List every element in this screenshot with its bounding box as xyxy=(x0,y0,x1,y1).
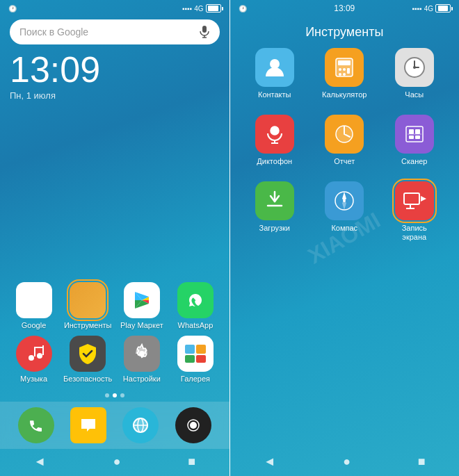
recorder-svg xyxy=(264,122,285,146)
svg-rect-58 xyxy=(404,193,419,204)
dot-1[interactable] xyxy=(105,393,109,397)
left-home-btn[interactable]: ● xyxy=(113,454,121,469)
svg-point-11 xyxy=(29,355,34,361)
svg-rect-51 xyxy=(409,136,414,139)
svg-rect-21 xyxy=(196,355,206,363)
svg-point-41 xyxy=(413,66,416,69)
calculator-icon xyxy=(325,48,364,87)
gallery-icon xyxy=(177,336,214,372)
svg-point-26 xyxy=(190,422,197,429)
svg-point-33 xyxy=(343,68,346,71)
phone-icon xyxy=(27,416,45,434)
app-music[interactable]: Музыка xyxy=(10,336,58,384)
svg-rect-43 xyxy=(272,126,277,135)
dock xyxy=(0,402,230,449)
svg-rect-52 xyxy=(415,136,420,139)
svg-rect-0 xyxy=(202,26,207,33)
tool-scanner[interactable]: Сканер xyxy=(384,115,446,173)
left-status-left: 🕐 xyxy=(8,5,17,13)
tool-screenrec[interactable]: Записьэкрана xyxy=(384,181,446,249)
left-recents-btn[interactable]: ■ xyxy=(188,454,195,469)
right-home-btn[interactable]: ● xyxy=(343,454,351,469)
svg-point-28 xyxy=(270,59,280,69)
right-content: Инструменты Контакты xyxy=(230,14,460,449)
tool-compass[interactable]: Компас xyxy=(314,181,376,249)
tool-downloads[interactable]: Загрузки xyxy=(244,181,306,249)
network-type: 4G xyxy=(194,5,203,13)
app-whatsapp[interactable]: WhatsApp xyxy=(171,282,219,330)
tools-icon xyxy=(70,282,106,318)
playmarket-icon xyxy=(124,282,160,318)
left-status-right: ▪▪▪▪ 4G xyxy=(182,4,221,13)
left-status-bar: 🕐 ▪▪▪▪ 4G xyxy=(0,0,230,14)
scanner-label: Сканер xyxy=(401,157,427,166)
right-nav-bar: ◄ ● ■ xyxy=(230,449,460,476)
screenrec-svg xyxy=(403,190,426,211)
settings-icon xyxy=(124,336,160,372)
tool-report[interactable]: Отчет xyxy=(314,115,376,173)
tool-calculator[interactable]: Калькулятор xyxy=(314,48,376,106)
clock-icon xyxy=(395,48,434,87)
svg-marker-59 xyxy=(421,196,426,202)
app-playmarket[interactable]: Play Маркет xyxy=(118,282,166,330)
screenrec-label: Записьэкрана xyxy=(402,224,427,242)
tool-recorder[interactable]: Диктофон xyxy=(244,115,306,173)
app-settings-label: Настройки xyxy=(123,375,161,384)
left-back-btn[interactable]: ◄ xyxy=(33,454,46,469)
right-network-type: 4G xyxy=(424,5,433,13)
time-display: 13:09 xyxy=(10,51,220,88)
clock-svg xyxy=(403,56,426,79)
downloads-svg xyxy=(264,189,286,213)
svg-rect-14 xyxy=(42,345,44,355)
svg-point-35 xyxy=(339,73,341,76)
app-music-label: Музыка xyxy=(20,375,47,384)
app-tools[interactable]: Инструменты xyxy=(63,282,112,330)
clock-label: Часы xyxy=(405,90,424,99)
search-placeholder: Поиск в Google xyxy=(19,26,88,38)
search-bar[interactable]: Поиск в Google xyxy=(10,19,220,44)
app-gallery[interactable]: Галерея xyxy=(171,336,219,384)
app-security[interactable]: Безопасность xyxy=(63,336,112,384)
battery-tip xyxy=(222,7,223,10)
right-phone-screen: XIAOMI 🕐 13:09 ▪▪▪▪ 4G Инструменты xyxy=(230,0,460,476)
svg-rect-19 xyxy=(196,345,206,354)
compass-icon xyxy=(325,181,364,220)
right-status-time: 13:09 xyxy=(334,3,355,13)
svg-rect-13 xyxy=(34,347,35,356)
left-content: Поиск в Google 13:09 Пн, 1 июля xyxy=(0,14,230,402)
mic-icon xyxy=(199,25,210,39)
chat-icon xyxy=(79,416,98,434)
svg-rect-20 xyxy=(185,355,195,363)
right-back-btn[interactable]: ◄ xyxy=(264,454,276,469)
report-icon xyxy=(325,115,364,154)
folder-title: Инструменты xyxy=(230,14,460,48)
right-status-left: 🕐 xyxy=(239,5,247,13)
svg-rect-50 xyxy=(415,129,420,134)
dock-phone[interactable] xyxy=(18,407,54,443)
tool-clock[interactable]: Часы xyxy=(384,48,446,106)
security-icon xyxy=(70,336,106,372)
app-security-label: Безопасность xyxy=(63,375,112,384)
dock-camera[interactable] xyxy=(175,407,211,443)
tool-contacts[interactable]: Контакты xyxy=(244,48,306,106)
right-alarm-icon: 🕐 xyxy=(239,5,247,13)
contacts-icon xyxy=(255,48,294,87)
dot-2[interactable] xyxy=(113,393,117,397)
app-settings[interactable]: Настройки xyxy=(118,336,166,384)
app-tools-label: Инструменты xyxy=(64,321,112,330)
dock-chat[interactable] xyxy=(70,407,106,443)
date-display: Пн, 1 июля xyxy=(10,90,220,101)
contacts-svg xyxy=(263,56,287,79)
svg-rect-15 xyxy=(34,347,42,348)
app-google[interactable]: Google xyxy=(10,282,58,330)
scanner-svg xyxy=(403,122,426,146)
dot-3[interactable] xyxy=(120,393,124,397)
svg-rect-49 xyxy=(409,129,414,134)
calculator-svg xyxy=(333,56,355,79)
page-dots xyxy=(10,389,220,402)
dock-browser[interactable] xyxy=(122,407,159,443)
right-status-right: ▪▪▪▪ 4G xyxy=(412,4,451,13)
right-recents-btn[interactable]: ■ xyxy=(418,454,426,469)
whatsapp-svg xyxy=(184,289,207,311)
svg-rect-34 xyxy=(347,68,350,74)
